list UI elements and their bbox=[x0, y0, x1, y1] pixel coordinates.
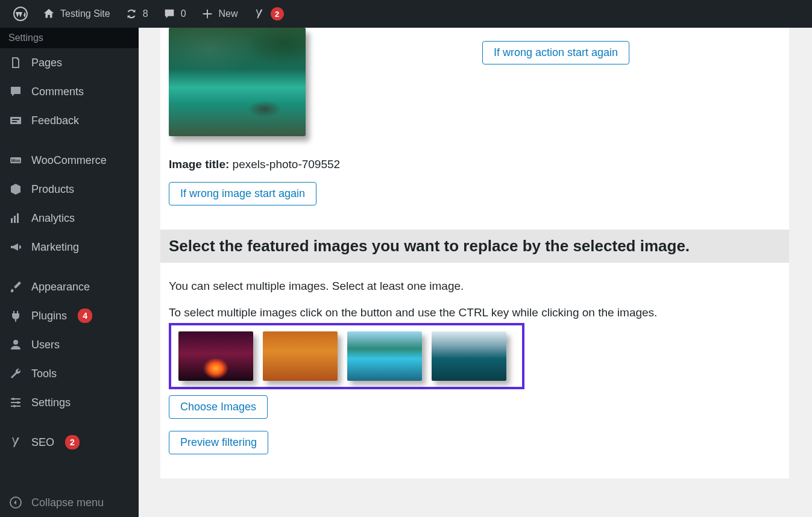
sidebar-item-tools[interactable]: Tools bbox=[0, 359, 139, 388]
selected-image-preview bbox=[169, 28, 306, 136]
svg-text:Woo: Woo bbox=[11, 158, 20, 163]
yoast-link[interactable]: 2 bbox=[245, 0, 291, 28]
svg-rect-3 bbox=[12, 121, 17, 122]
restart-image-button[interactable]: If wrong image start again bbox=[169, 182, 316, 205]
sidebar-item-label: Appearance bbox=[31, 281, 90, 293]
sidebar-item-label: Users bbox=[31, 339, 60, 351]
sidebar-item-label: Products bbox=[31, 183, 74, 196]
svg-rect-1 bbox=[10, 117, 21, 124]
sidebar-item-label: SEO bbox=[31, 436, 54, 449]
products-icon bbox=[8, 182, 23, 196]
plugins-update-badge: 4 bbox=[78, 309, 92, 323]
sidebar-item-marketing[interactable]: Marketing bbox=[0, 233, 139, 262]
pages-icon bbox=[8, 55, 23, 70]
choose-images-button[interactable]: Choose Images bbox=[169, 395, 268, 419]
sidebar-item-label: WooCommerce bbox=[31, 154, 107, 167]
comment-icon bbox=[163, 7, 176, 20]
svg-rect-6 bbox=[11, 218, 13, 223]
svg-point-14 bbox=[17, 401, 19, 404]
sidebar-item-label: Tools bbox=[31, 368, 57, 380]
brush-icon bbox=[8, 280, 23, 294]
site-title: Testing Site bbox=[60, 8, 110, 19]
new-label: New bbox=[219, 8, 238, 19]
sidebar-item-label: Settings bbox=[31, 396, 71, 409]
admin-sidebar: Settings Pages Comments Feedback Woo Woo… bbox=[0, 28, 139, 517]
new-content-link[interactable]: New bbox=[194, 0, 245, 28]
woo-icon: Woo bbox=[8, 153, 23, 168]
thumbnail-3[interactable] bbox=[347, 331, 422, 381]
yoast-icon bbox=[8, 435, 23, 450]
plus-icon bbox=[201, 7, 214, 20]
sidebar-item-users[interactable]: Users bbox=[0, 330, 139, 359]
admin-bar: Testing Site 8 0 New 2 bbox=[0, 0, 812, 28]
sidebar-item-products[interactable]: Products bbox=[0, 175, 139, 204]
sliders-icon bbox=[8, 395, 23, 410]
sidebar-item-label: Plugins bbox=[31, 310, 67, 322]
updates-link[interactable]: 8 bbox=[118, 0, 156, 28]
collapse-label: Collapse menu bbox=[31, 497, 104, 509]
updates-count: 8 bbox=[143, 8, 148, 19]
sidebar-item-woocommerce[interactable]: Woo WooCommerce bbox=[0, 146, 139, 175]
image-title-line: Image title: pexels-photo-709552 bbox=[169, 158, 782, 171]
svg-point-15 bbox=[13, 405, 16, 407]
yoast-icon bbox=[253, 7, 266, 20]
preview-filtering-button[interactable]: Preview filtering bbox=[169, 431, 268, 454]
yoast-notifications-badge: 2 bbox=[271, 7, 284, 20]
sidebar-item-comments[interactable]: Comments bbox=[0, 77, 139, 106]
plug-icon bbox=[8, 309, 23, 323]
svg-rect-8 bbox=[17, 213, 19, 223]
comments-link[interactable]: 0 bbox=[156, 0, 194, 28]
collapse-menu[interactable]: Collapse menu bbox=[0, 488, 139, 517]
feedback-icon bbox=[8, 113, 23, 128]
sidebar-item-plugins[interactable]: Plugins 4 bbox=[0, 301, 139, 330]
analytics-icon bbox=[8, 211, 23, 225]
image-title-value: pexels-photo-709552 bbox=[233, 158, 341, 171]
sidebar-item-settings[interactable]: Settings bbox=[0, 388, 139, 417]
sidebar-submenu-settings[interactable]: Settings bbox=[0, 28, 139, 48]
sidebar-item-appearance[interactable]: Appearance bbox=[0, 272, 139, 301]
thumbnail-1[interactable] bbox=[178, 331, 253, 381]
sidebar-item-label: Pages bbox=[31, 57, 62, 69]
help-text-2: To select multiple images click on the b… bbox=[169, 306, 782, 319]
wp-logo[interactable] bbox=[6, 0, 35, 28]
site-link[interactable]: Testing Site bbox=[35, 0, 118, 28]
svg-point-13 bbox=[12, 398, 14, 400]
svg-rect-7 bbox=[14, 216, 16, 223]
user-icon bbox=[8, 337, 23, 352]
sidebar-item-label: Marketing bbox=[31, 241, 79, 254]
megaphone-icon bbox=[8, 240, 23, 254]
sidebar-item-seo[interactable]: SEO 2 bbox=[0, 428, 139, 457]
thumbnail-4[interactable] bbox=[432, 331, 506, 381]
sidebar-item-feedback[interactable]: Feedback bbox=[0, 106, 139, 135]
right-margin bbox=[789, 28, 812, 517]
home-icon bbox=[42, 7, 55, 20]
svg-point-9 bbox=[13, 340, 18, 345]
sidebar-item-label: Comments bbox=[31, 86, 84, 98]
sidebar-item-label: Analytics bbox=[31, 212, 75, 225]
seo-notifications-badge: 2 bbox=[65, 435, 80, 450]
section-heading: Select the featured images you want to r… bbox=[160, 230, 790, 263]
image-title-label: Image title: bbox=[169, 158, 229, 171]
sidebar-item-pages[interactable]: Pages bbox=[0, 48, 139, 77]
svg-rect-2 bbox=[12, 119, 19, 120]
sidebar-item-label: Feedback bbox=[31, 114, 79, 127]
restart-action-button[interactable]: If wrong action start again bbox=[482, 41, 629, 64]
wrench-icon bbox=[8, 366, 23, 381]
help-text-1: You can select multiple images. Select a… bbox=[169, 280, 782, 293]
selected-thumbnails-highlight bbox=[169, 323, 524, 389]
collapse-icon bbox=[8, 495, 23, 510]
sidebar-item-analytics[interactable]: Analytics bbox=[0, 204, 139, 233]
refresh-icon bbox=[125, 7, 138, 20]
comments-count: 0 bbox=[181, 8, 186, 19]
comments-icon bbox=[8, 84, 23, 99]
main-content: If wrong action start again Image title:… bbox=[139, 28, 812, 517]
thumbnail-2[interactable] bbox=[263, 331, 338, 381]
